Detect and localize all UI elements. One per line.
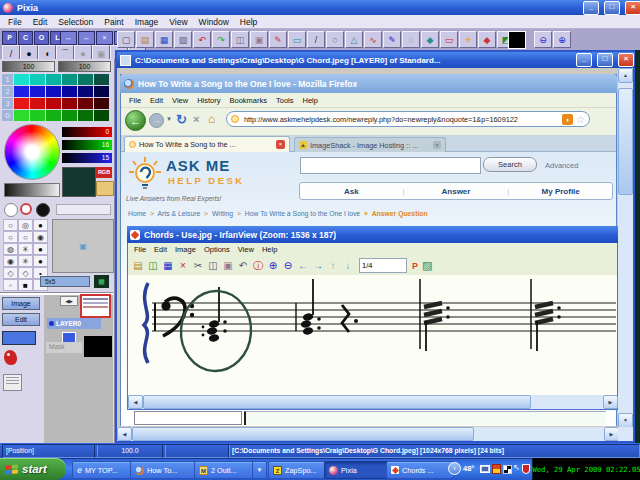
palette-swatch-2-1[interactable] (30, 98, 45, 109)
minimize-button[interactable]: _ (583, 1, 599, 15)
doc-close-button[interactable]: × (618, 53, 634, 67)
forward-button[interactable]: → (149, 113, 164, 128)
taskbar-chords[interactable]: Chords ... (386, 461, 454, 479)
nav-answer[interactable]: Answer (405, 187, 508, 196)
tray-monitor-icon[interactable] (480, 465, 490, 473)
ff-menu-1[interactable]: Edit (150, 96, 163, 105)
ivcopy-icon[interactable]: ◫ (206, 258, 220, 273)
ivzo-icon[interactable]: ⊖ (281, 258, 295, 273)
ivnext-icon[interactable]: → (311, 258, 325, 273)
paste-icon[interactable]: ▣ (250, 31, 268, 48)
irfanview-titlebar[interactable]: Chords - Use.jpg - IrfanView (Zoom: 1536… (127, 226, 621, 243)
fith-icon[interactable]: ↔ (60, 31, 77, 45)
bring2-icon[interactable]: ◎ (18, 219, 33, 231)
line-icon[interactable]: / (307, 31, 325, 48)
panel-blue-button[interactable] (2, 331, 36, 345)
green-slider[interactable]: 16 (62, 140, 112, 150)
pixia-menu-2[interactable]: Selection (58, 17, 93, 27)
ivundo-icon[interactable]: ↶ (236, 258, 250, 273)
palette-swatch-2-2[interactable] (46, 98, 61, 109)
palette-folder-icon[interactable] (96, 181, 114, 196)
nav-ask[interactable]: Ask (300, 187, 403, 196)
mode-button-2[interactable]: O (34, 31, 49, 45)
maximize-button[interactable]: □ (604, 1, 620, 15)
iv-menu-1[interactable]: Edit (154, 245, 167, 254)
bdot-icon[interactable]: ● (33, 255, 48, 267)
doc-vscroll-thumb[interactable] (618, 88, 633, 195)
tab-close-icon[interactable]: × (276, 140, 285, 149)
palette-swatch-0-1[interactable] (30, 74, 45, 85)
save-icon[interactable]: ▦ (155, 31, 173, 48)
ivdown-icon[interactable]: ↓ (341, 258, 355, 273)
advanced-link[interactable]: Advanced (545, 161, 578, 170)
lasso-icon[interactable]: ◌ (402, 31, 420, 48)
close-button[interactable]: × (625, 1, 640, 15)
doc-titlebar[interactable]: C:\Documents and Settings\Craig\Desktop\… (117, 52, 636, 68)
rgb-mode-button[interactable]: RGB (96, 167, 112, 178)
palette-swatch-1-1[interactable] (30, 86, 45, 97)
rss-icon[interactable]: ◗ (562, 114, 573, 125)
red-slider[interactable]: 0 (62, 127, 112, 137)
ivzi-icon[interactable]: ⊕ (266, 258, 280, 273)
rect-icon[interactable]: ▭ (288, 31, 306, 48)
ff-menu-6[interactable]: Help (303, 96, 318, 105)
copy-icon[interactable]: ◫ (231, 31, 249, 48)
ff-menu-4[interactable]: Bookmarks (230, 96, 268, 105)
iv-menu-4[interactable]: View (238, 245, 254, 254)
cursor-tray-icon[interactable]: ↖ (513, 463, 520, 472)
iv-scroll-thumb[interactable] (143, 395, 531, 409)
palette-swatch-3-1[interactable] (30, 110, 45, 121)
pixia-menu-1[interactable]: Edit (33, 17, 48, 27)
tab-edit[interactable]: Edit (2, 313, 40, 326)
print-icon[interactable]: ▧ (174, 31, 192, 48)
doc-scroll-down-button[interactable]: ▼ (618, 413, 633, 428)
opacity-slider[interactable]: 100 (2, 61, 55, 72)
palette-swatch-1-4[interactable] (78, 86, 93, 97)
redo-icon[interactable]: ↷ (212, 31, 230, 48)
url-bar[interactable]: ◗ ☆ (226, 111, 590, 127)
sparkle-icon[interactable]: ✳ (459, 31, 477, 48)
frame-number-field[interactable] (359, 258, 407, 273)
pixia-menu-5[interactable]: View (169, 17, 187, 27)
nav-my-profile[interactable]: My Profile (509, 187, 612, 196)
palette-swatch-1-0[interactable] (14, 86, 29, 97)
firefox-titlebar[interactable]: How To Write a Song to the One I love - … (120, 74, 617, 93)
palette-swatch-2-4[interactable] (78, 98, 93, 109)
undo-icon[interactable]: ↶ (193, 31, 211, 48)
ff-menu-5[interactable]: Tools (276, 96, 294, 105)
tab-imageshack[interactable]: ▲ ImageShack - Image Hosting :: ... × (294, 137, 446, 152)
pixia-menu-3[interactable]: Paint (104, 17, 123, 27)
taskbar-group-dropdown[interactable]: ▼ (252, 461, 267, 479)
palette-swatch-3-0[interactable] (14, 110, 29, 121)
bdotring-icon[interactable]: ◍ (3, 243, 18, 255)
iv-menu-0[interactable]: File (134, 245, 146, 254)
brush-icon[interactable]: ◆ (478, 31, 496, 48)
palette-swatch-1-5[interactable] (94, 86, 109, 97)
ivprev-icon[interactable]: ← (296, 258, 310, 273)
pen-icon[interactable]: ✎ (269, 31, 287, 48)
pixia-menu-0[interactable]: File (8, 17, 22, 27)
reply-area-fragment[interactable] (244, 411, 606, 425)
mask-thumbnail[interactable] (84, 336, 112, 357)
doc-maximize-button[interactable]: □ (597, 53, 613, 67)
zonealarm-icon[interactable] (492, 464, 501, 474)
zoomin-icon[interactable]: ⊕ (553, 31, 571, 48)
bsqo-icon[interactable]: ▫ (3, 279, 18, 291)
color-wheel[interactable] (4, 124, 60, 180)
doc-scroll-left-button[interactable]: ◀ (117, 427, 132, 441)
back-button[interactable]: ← (125, 110, 146, 131)
tab-song[interactable]: How To Write a Song to the ... × (124, 136, 290, 152)
ff-menu-0[interactable]: File (129, 96, 141, 105)
palette-swatch-0-3[interactable] (62, 74, 77, 85)
pen-tip-black[interactable] (36, 203, 50, 217)
doc-hscroll-thumb[interactable] (132, 427, 474, 441)
pen-tip-white[interactable] (4, 203, 18, 217)
ellipse-icon[interactable]: ○ (326, 31, 344, 48)
zoomout-icon[interactable]: ⊖ (534, 31, 552, 48)
taskbar-outlook[interactable]: M 2 Outl... (194, 461, 260, 479)
tray-chevron-button[interactable]: ‹ (448, 462, 461, 475)
answer-question-link[interactable]: Answer Question (372, 210, 428, 217)
tray-clock[interactable]: Wed, 29 Apr 2009 02:22.05 (532, 458, 640, 480)
ivopen-icon[interactable]: ▤ (131, 258, 145, 273)
tab2-close-icon[interactable]: × (433, 141, 441, 149)
